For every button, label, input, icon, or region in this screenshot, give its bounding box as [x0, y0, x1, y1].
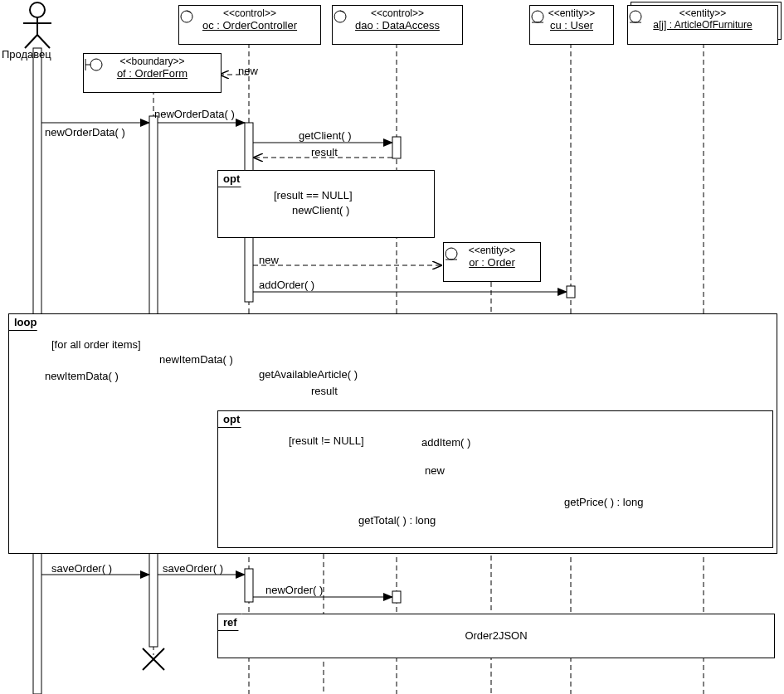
- svg-point-51: [630, 11, 641, 22]
- opt1-guard: [result == NULL]: [274, 189, 353, 201]
- lifeline-label: a[j] : ArticleOfFurniture: [628, 19, 777, 31]
- frame-label-opt: opt: [217, 410, 245, 428]
- svg-point-56: [446, 248, 457, 260]
- msg-saveorder-of: saveOrder( ): [163, 562, 223, 575]
- loop-guard: [for all order items]: [51, 338, 141, 351]
- actor-figure: [23, 2, 51, 48]
- msg-result1: result: [311, 146, 338, 158]
- svg-rect-20: [392, 137, 401, 158]
- opt-frame-2: opt: [217, 410, 773, 548]
- svg-point-0: [30, 2, 45, 17]
- msg-neworder: newOrder( ): [265, 584, 323, 596]
- msg-new-oi: new: [425, 464, 445, 477]
- lifeline-of: <<boundary>> of : OrderForm: [83, 53, 222, 93]
- msg-gettotal: getTotal( ) : long: [358, 514, 436, 527]
- msg-additem: addItem( ): [421, 436, 470, 449]
- lifeline-label: dao : DataAccess: [333, 19, 462, 32]
- msg-result2: result: [311, 385, 338, 397]
- msg-newitemdata-of: newItemData( ): [159, 353, 233, 366]
- lifeline-af: <<entity>> a[j] : ArticleOfFurniture: [627, 5, 778, 45]
- msg-neworderdata-of: newOrderData( ): [154, 108, 235, 120]
- svg-point-55: [90, 59, 102, 70]
- msg-newitemdata-actor: newItemData( ): [45, 370, 119, 382]
- actor-label: Продавец: [2, 48, 51, 61]
- sequence-diagram: Продавец <<control>> oc : OrderControlle…: [0, 0, 784, 694]
- frame-label-ref: ref: [217, 614, 242, 631]
- msg-getavailablearticle: getAvailableArticle( ): [259, 368, 358, 381]
- lifeline-cu: <<entity>> cu : User: [529, 5, 614, 45]
- lifeline-oc: <<control>> oc : OrderController: [178, 5, 321, 45]
- svg-line-3: [25, 35, 37, 48]
- ref-frame: ref Order2JSON: [217, 614, 775, 658]
- lifeline-label: oc : OrderController: [179, 19, 320, 32]
- msg-new-or: new: [259, 254, 279, 266]
- msg-addorder: addOrder( ): [259, 279, 314, 291]
- msg-new-of: new: [238, 65, 258, 77]
- svg-rect-44: [392, 591, 401, 603]
- ref-label: Order2JSON: [218, 629, 774, 642]
- lifeline-dao: <<control>> dao : DataAccess: [332, 5, 463, 45]
- svg-point-49: [532, 11, 543, 22]
- frame-label-loop: loop: [8, 313, 41, 331]
- svg-line-4: [37, 35, 50, 48]
- stereotype: <<control>>: [179, 7, 320, 19]
- msg-neworderdata-actor: newOrderData( ): [45, 126, 125, 138]
- msg-saveorder-actor: saveOrder( ): [51, 562, 112, 575]
- svg-rect-26: [567, 286, 575, 298]
- svg-rect-42: [245, 569, 253, 602]
- stereotype: <<entity>>: [628, 7, 777, 19]
- lifeline-or: <<entity>> or : Order: [443, 242, 541, 282]
- frame-label-opt: opt: [217, 170, 245, 187]
- stereotype: <<control>>: [333, 7, 462, 19]
- msg-getprice: getPrice( ) : long: [564, 496, 643, 508]
- msg-newclient: newClient( ): [292, 204, 349, 216]
- opt2-guard: [result != NULL]: [289, 434, 364, 447]
- msg-getclient: getClient( ): [299, 129, 352, 142]
